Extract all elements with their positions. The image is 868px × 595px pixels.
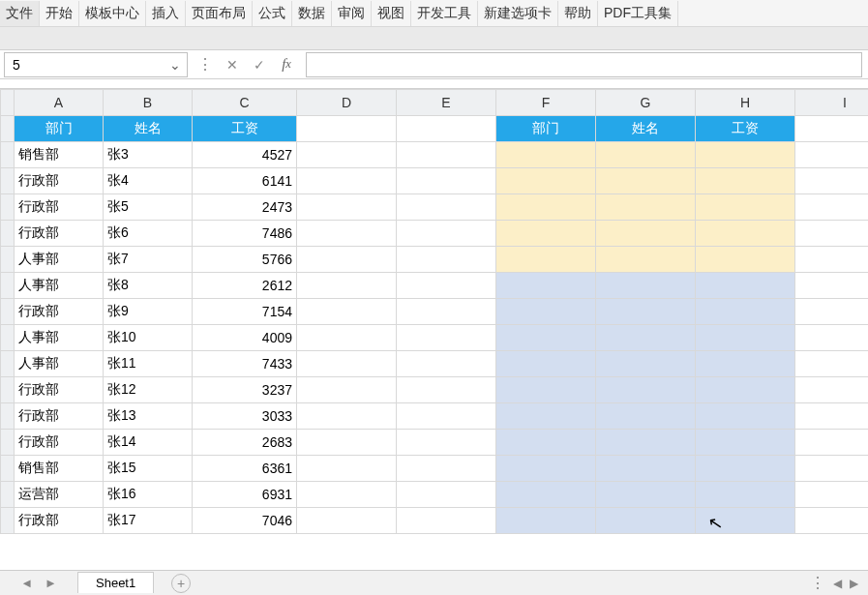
scroll-right-icon[interactable]: ▶ [850, 577, 858, 590]
vertical-dots-icon[interactable]: ⋮ [810, 574, 825, 592]
cell[interactable]: 人事部 [15, 247, 104, 273]
cell[interactable]: 5766 [193, 247, 297, 273]
cell[interactable] [297, 273, 397, 299]
cell[interactable] [596, 377, 696, 403]
formula-input[interactable] [306, 52, 862, 77]
cell[interactable] [297, 325, 397, 351]
cell[interactable] [795, 325, 869, 351]
row-header[interactable] [1, 247, 15, 273]
cell[interactable]: 3033 [193, 403, 297, 430]
cell[interactable]: 张13 [104, 403, 193, 430]
cell[interactable]: 4527 [193, 142, 297, 168]
row-header[interactable] [1, 377, 15, 403]
cell[interactable] [596, 456, 696, 482]
cell[interactable]: 姓名 [596, 116, 696, 142]
ribbon-item[interactable]: 视图 [372, 1, 411, 26]
cell[interactable]: 张11 [104, 351, 193, 377]
cell[interactable]: 4009 [193, 325, 297, 351]
ribbon-item[interactable]: PDF工具集 [598, 1, 678, 26]
cell[interactable] [496, 194, 596, 221]
column-header[interactable]: D [297, 90, 397, 116]
cell[interactable] [397, 299, 496, 325]
cell[interactable]: 行政部 [15, 194, 104, 221]
row-header[interactable] [1, 168, 15, 194]
cell[interactable] [596, 482, 696, 508]
cell[interactable] [795, 247, 869, 273]
cell[interactable] [596, 168, 696, 194]
chevron-down-icon[interactable]: ⌄ [169, 57, 181, 73]
cell[interactable]: 张4 [104, 168, 193, 194]
cell[interactable] [397, 377, 496, 403]
column-header[interactable]: I [795, 90, 869, 116]
cell[interactable]: 张10 [104, 325, 193, 351]
cell[interactable] [596, 403, 696, 430]
cell[interactable] [596, 351, 696, 377]
cell[interactable]: 工资 [696, 116, 795, 142]
cell[interactable] [297, 116, 397, 142]
cell[interactable] [795, 482, 869, 508]
row-header[interactable] [1, 273, 15, 299]
cell[interactable] [397, 221, 496, 247]
cell[interactable]: 2683 [193, 430, 297, 456]
cell[interactable]: 运营部 [15, 482, 104, 508]
cell[interactable]: 人事部 [15, 351, 104, 377]
cell[interactable]: 7154 [193, 299, 297, 325]
cell[interactable] [397, 168, 496, 194]
confirm-formula-button[interactable]: ✓ [246, 52, 273, 77]
cell[interactable] [297, 482, 397, 508]
fx-icon[interactable]: fx [273, 52, 300, 77]
cell[interactable] [696, 351, 795, 377]
cell[interactable] [297, 168, 397, 194]
cell[interactable]: 张3 [104, 142, 193, 168]
add-sheet-button[interactable]: + [171, 574, 191, 593]
sheet-tab-active[interactable]: Sheet1 [77, 572, 154, 593]
cell[interactable] [496, 325, 596, 351]
row-header[interactable] [1, 403, 15, 430]
row-header[interactable] [1, 299, 15, 325]
cell[interactable] [795, 273, 869, 299]
row-header[interactable] [1, 508, 15, 534]
tab-nav-next[interactable]: ► [41, 576, 61, 590]
row-header[interactable] [1, 456, 15, 482]
cell[interactable] [696, 325, 795, 351]
cell[interactable] [596, 221, 696, 247]
cell[interactable]: 张7 [104, 247, 193, 273]
cell[interactable] [496, 299, 596, 325]
scroll-left-icon[interactable]: ◀ [833, 577, 842, 590]
cell[interactable] [397, 456, 496, 482]
cell[interactable]: 行政部 [15, 377, 104, 403]
cell[interactable]: 张9 [104, 299, 193, 325]
cell[interactable] [795, 142, 869, 168]
select-all-corner[interactable] [1, 90, 15, 116]
cell[interactable] [596, 299, 696, 325]
ribbon-item[interactable]: 审阅 [332, 1, 372, 26]
cell[interactable] [297, 377, 397, 403]
ribbon-item[interactable]: 开始 [40, 1, 79, 26]
cell[interactable] [496, 221, 596, 247]
ribbon-item[interactable]: 帮助 [558, 1, 598, 26]
cell[interactable]: 张14 [104, 430, 193, 456]
cell[interactable]: 张17 [104, 508, 193, 534]
cell[interactable] [696, 456, 795, 482]
cell[interactable] [297, 508, 397, 534]
cell[interactable]: 张8 [104, 273, 193, 299]
cell[interactable] [496, 377, 596, 403]
cell[interactable] [696, 168, 795, 194]
cell[interactable] [696, 377, 795, 403]
cell[interactable] [496, 482, 596, 508]
cell[interactable]: 部门 [15, 116, 104, 142]
cell[interactable]: 行政部 [15, 299, 104, 325]
cell[interactable]: 3237 [193, 377, 297, 403]
cell[interactable]: 人事部 [15, 325, 104, 351]
row-header[interactable] [1, 194, 15, 221]
cell[interactable] [297, 247, 397, 273]
cell[interactable] [596, 430, 696, 456]
cell[interactable] [297, 221, 397, 247]
cell[interactable] [795, 299, 869, 325]
column-header[interactable]: B [104, 90, 193, 116]
row-header[interactable] [1, 221, 15, 247]
cell[interactable] [397, 194, 496, 221]
cell[interactable]: 行政部 [15, 403, 104, 430]
ribbon-item[interactable]: 新建选项卡 [478, 1, 558, 26]
cell[interactable] [795, 351, 869, 377]
